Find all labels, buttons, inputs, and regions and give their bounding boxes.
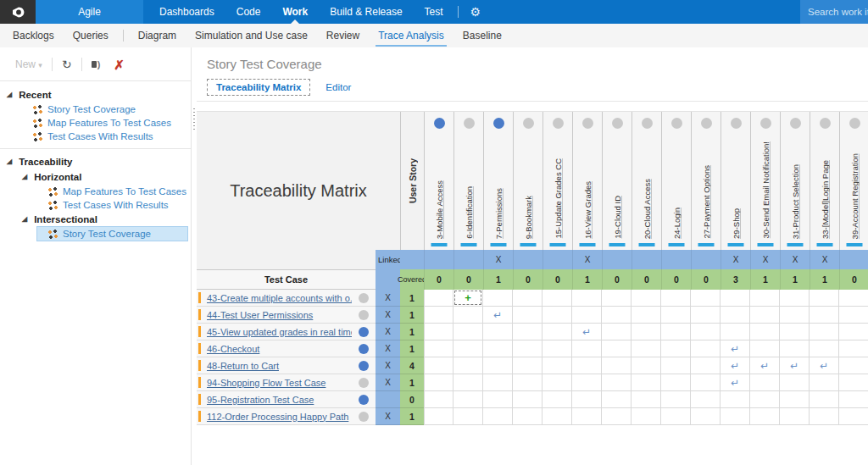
- matrix-cell[interactable]: [424, 324, 453, 340]
- matrix-cell[interactable]: [810, 340, 839, 357]
- matrix-cell[interactable]: [661, 307, 691, 324]
- matrix-cell[interactable]: [691, 307, 721, 324]
- matrix-cell[interactable]: [661, 374, 691, 391]
- test-case-link[interactable]: 48-Return to Cart: [207, 361, 279, 371]
- sub-nav-item-baseline[interactable]: Baseline: [453, 24, 511, 47]
- story-column-link[interactable]: 16-View Grades: [583, 181, 593, 239]
- matrix-cell[interactable]: [750, 307, 780, 324]
- matrix-cell[interactable]: [750, 374, 780, 391]
- expander-icon[interactable]: ◢: [7, 158, 12, 165]
- matrix-cell[interactable]: [661, 324, 691, 340]
- top-nav-item-build-release[interactable]: Build & Release: [319, 0, 413, 24]
- matrix-cell[interactable]: [453, 374, 483, 391]
- matrix-cell[interactable]: [632, 324, 661, 340]
- matrix-cell[interactable]: [661, 340, 691, 357]
- tree-group-horizontal[interactable]: ◢Horizontal: [0, 169, 191, 185]
- sub-nav-item-review[interactable]: Review: [317, 24, 369, 47]
- matrix-cell[interactable]: [780, 290, 810, 307]
- matrix-cell[interactable]: ↵: [810, 357, 839, 374]
- matrix-cell[interactable]: [810, 307, 839, 324]
- matrix-cell[interactable]: [602, 307, 632, 324]
- story-column-link[interactable]: 24-Login: [672, 208, 682, 239]
- tree-item-test-cases-with-results[interactable]: Test Cases With Results: [0, 198, 191, 212]
- matrix-cell[interactable]: [810, 290, 839, 307]
- new-query-button[interactable]: New ▾: [15, 58, 42, 70]
- sub-nav-item-diagram[interactable]: Diagram: [129, 24, 186, 47]
- top-nav-item-dashboards[interactable]: Dashboards: [148, 0, 225, 24]
- matrix-cell[interactable]: [632, 391, 661, 408]
- matrix-cell[interactable]: [750, 391, 780, 408]
- matrix-cell[interactable]: [750, 290, 780, 307]
- matrix-cell[interactable]: [572, 374, 602, 391]
- matrix-cell[interactable]: [602, 357, 632, 374]
- tree-item-map-features-to-test-cases[interactable]: Map Features To Test Cases: [0, 185, 191, 198]
- sub-nav-item-queries[interactable]: Queries: [64, 24, 118, 47]
- test-case-link[interactable]: 112-Order Processing Happy Path: [207, 412, 348, 422]
- matrix-cell[interactable]: [810, 391, 839, 408]
- tree-group-intersectional[interactable]: ◢Intersectional: [0, 212, 191, 227]
- matrix-cell[interactable]: [780, 307, 810, 324]
- matrix-cell[interactable]: [542, 374, 572, 391]
- story-column-link[interactable]: 19-Cloud ID: [613, 196, 622, 239]
- story-column-link[interactable]: 31-Product Selection: [791, 164, 800, 239]
- matrix-cell[interactable]: [632, 357, 661, 374]
- matrix-cell[interactable]: [513, 307, 542, 324]
- tree-section-traceability[interactable]: ◢Traceability: [0, 154, 191, 169]
- matrix-cell[interactable]: [542, 408, 572, 425]
- top-nav-item-code[interactable]: Code: [225, 0, 272, 24]
- project-selector[interactable]: Agile: [36, 0, 143, 24]
- matrix-cell[interactable]: [839, 324, 868, 340]
- matrix-cell[interactable]: [661, 408, 691, 425]
- matrix-cell[interactable]: [721, 324, 750, 340]
- matrix-cell[interactable]: ↵: [780, 357, 810, 374]
- matrix-cell[interactable]: [424, 290, 453, 307]
- matrix-cell[interactable]: [810, 374, 839, 391]
- matrix-cell[interactable]: [691, 290, 721, 307]
- matrix-cell[interactable]: ↵: [572, 324, 602, 340]
- matrix-cell[interactable]: [542, 307, 572, 324]
- tree-item-story-test-coverage[interactable]: Story Test Coverage: [0, 102, 191, 116]
- matrix-cell[interactable]: [721, 290, 750, 307]
- matrix-cell[interactable]: [424, 307, 453, 324]
- matrix-cell[interactable]: [483, 391, 513, 408]
- matrix-cell[interactable]: [424, 374, 453, 391]
- matrix-cell[interactable]: [721, 391, 750, 408]
- matrix-cell[interactable]: [483, 290, 513, 307]
- matrix-cell[interactable]: [602, 290, 632, 307]
- matrix-cell[interactable]: +: [453, 290, 483, 307]
- matrix-cell[interactable]: [453, 324, 483, 340]
- matrix-cell[interactable]: [839, 408, 868, 425]
- matrix-cell[interactable]: [632, 290, 661, 307]
- matrix-cell[interactable]: [839, 357, 868, 374]
- matrix-cell[interactable]: [513, 374, 542, 391]
- matrix-cell[interactable]: [424, 340, 453, 357]
- matrix-cell[interactable]: [483, 408, 513, 425]
- matrix-cell[interactable]: [483, 357, 513, 374]
- matrix-cell[interactable]: [810, 324, 839, 340]
- matrix-cell[interactable]: [542, 340, 572, 357]
- matrix-cell[interactable]: [572, 357, 602, 374]
- test-case-link[interactable]: 45-View updated grades in real time: [207, 327, 352, 337]
- search-work-items-input[interactable]: Search work ite: [800, 0, 868, 24]
- expander-icon[interactable]: ◢: [22, 174, 27, 180]
- story-column-link[interactable]: 30-Send Email Notification!: [761, 141, 771, 239]
- story-column-link[interactable]: 27-Payment Options: [702, 165, 711, 239]
- matrix-cell[interactable]: [453, 307, 483, 324]
- expander-icon[interactable]: ◢: [22, 216, 27, 223]
- matrix-cell[interactable]: ↵: [721, 340, 750, 357]
- matrix-cell[interactable]: [721, 408, 750, 425]
- matrix-cell[interactable]: [572, 290, 602, 307]
- matrix-cell[interactable]: [453, 391, 483, 408]
- vsts-logo[interactable]: [0, 0, 36, 24]
- matrix-cell[interactable]: ↵: [721, 374, 750, 391]
- matrix-cell[interactable]: [839, 290, 868, 307]
- top-nav-item-work[interactable]: Work: [271, 0, 319, 24]
- top-nav-item-test[interactable]: Test: [414, 0, 454, 24]
- matrix-cell[interactable]: [424, 408, 453, 425]
- matrix-cell[interactable]: [632, 340, 661, 357]
- matrix-cell[interactable]: [780, 391, 810, 408]
- matrix-cell[interactable]: [483, 340, 513, 357]
- matrix-cell[interactable]: [602, 340, 632, 357]
- story-column-link[interactable]: 7-Permissions: [494, 188, 504, 239]
- matrix-cell[interactable]: [513, 340, 542, 357]
